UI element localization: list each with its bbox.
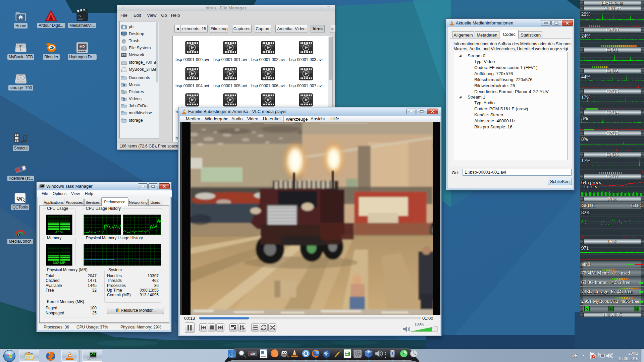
svg-text:⚓: ⚓ <box>228 350 236 358</box>
svg-text:VM: VM <box>250 352 256 356</box>
svg-text:H2: H2 <box>79 44 85 49</box>
svg-text:TV: TV <box>78 15 81 17</box>
